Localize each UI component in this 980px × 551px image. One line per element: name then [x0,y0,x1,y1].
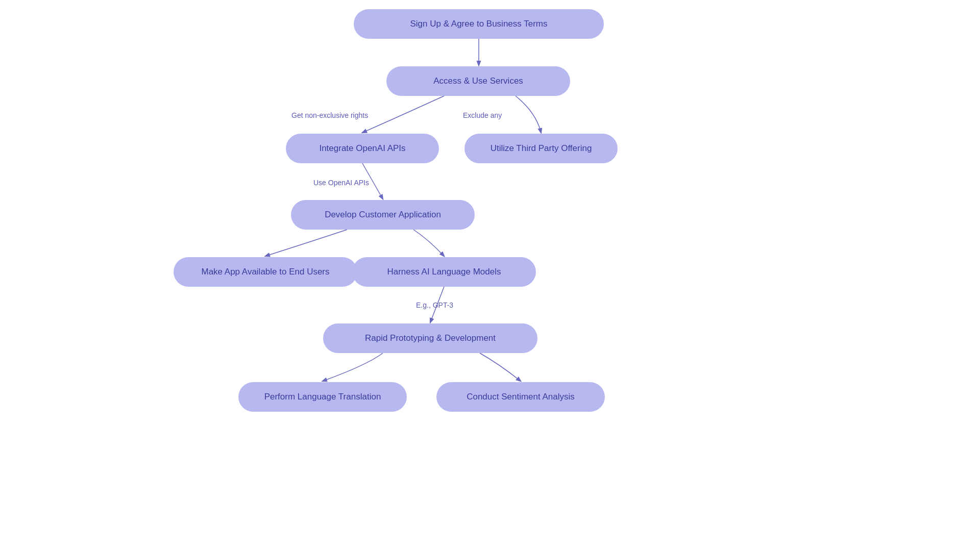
node-sentiment: Conduct Sentiment Analysis [436,382,605,412]
edge-label-eg-gpt: E.g., GPT-3 [416,301,453,309]
node-third-party: Utilize Third Party Offering [464,134,618,163]
edge-label-use-openai: Use OpenAI APIs [313,179,369,187]
node-access: Access & Use Services [386,66,570,96]
node-develop: Develop Customer Application [291,200,475,230]
edge-label-non-exclusive: Get non-exclusive rights [291,111,368,119]
edge-label-exclude: Exclude any [463,111,502,119]
node-make-app: Make App Available to End Users [174,257,357,287]
node-integrate: Integrate OpenAI APIs [286,134,439,163]
node-rapid: Rapid Prototyping & Development [323,323,537,353]
node-sign-up: Sign Up & Agree to Business Terms [354,9,604,39]
diagram-container: Sign Up & Agree to Business Terms Access… [0,0,980,551]
node-harness: Harness AI Language Models [352,257,536,287]
node-language: Perform Language Translation [238,382,407,412]
